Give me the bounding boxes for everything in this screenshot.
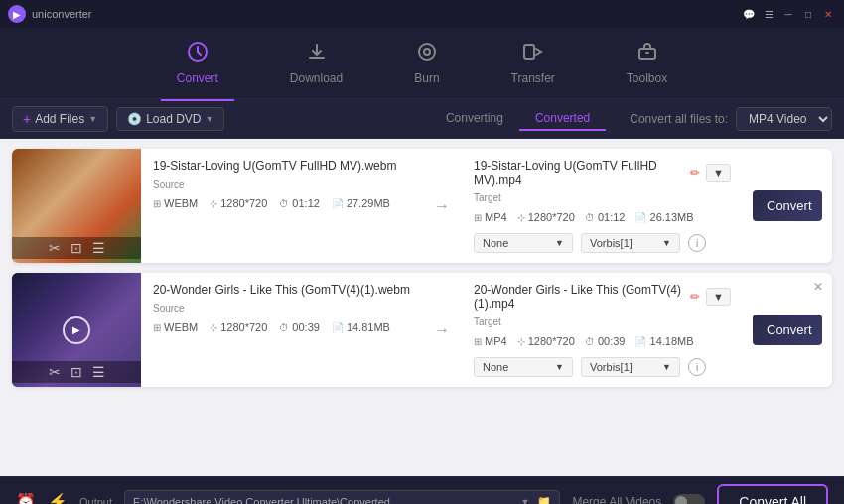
svg-point-1 [419, 44, 435, 60]
target-format-dropdown-2[interactable]: ▼ [706, 288, 731, 306]
source-filename-1: 19-Sistar-Loving U(GomTV FullHD MV).webm [153, 159, 410, 173]
load-dvd-button[interactable]: 💿 Load DVD ▼ [116, 107, 224, 131]
add-files-label: Add Files [35, 112, 84, 126]
download-nav-icon [306, 41, 328, 67]
target-resolution-2: ⊹ 1280*720 [517, 335, 575, 347]
crop-icon[interactable]: ⊡ [70, 240, 82, 256]
audio-codec-2[interactable]: Vorbis[1] ▼ [581, 357, 680, 377]
scissors-icon-2[interactable]: ✂ [49, 364, 61, 380]
source-duration-1: ⏱ 01:12 [279, 197, 320, 209]
nav-toolbox[interactable]: Toolbox [611, 33, 683, 93]
audio-codec-1[interactable]: Vorbis[1] ▼ [581, 233, 680, 253]
clock-icon[interactable]: ⏰ [16, 492, 36, 504]
nav-toolbox-label: Toolbox [627, 71, 667, 85]
info-button-2[interactable]: i [688, 358, 706, 376]
nav-transfer[interactable]: Transfer [495, 33, 571, 93]
nav-burn[interactable]: Burn [398, 33, 455, 93]
output-label: Output [79, 496, 112, 505]
card-close-2[interactable]: ✕ [810, 279, 826, 295]
target-meta-2: ⊞ MP4 ⊹ 1280*720 ⏱ 00:39 📄 14.18MB [474, 335, 731, 347]
edit-icon-2[interactable]: ✏ [690, 290, 700, 304]
target-format-1: ⊞ MP4 [474, 211, 507, 223]
source-duration-2: ⏱ 00:39 [279, 321, 320, 333]
arrow-icon-1: → [434, 197, 450, 215]
nav-convert[interactable]: Convert [161, 33, 234, 93]
nav-convert-label: Convert [177, 71, 218, 85]
chat-icon[interactable]: 💬 [741, 6, 757, 22]
source-label-1: Source [153, 179, 410, 189]
scissors-icon[interactable]: ✂ [49, 240, 61, 256]
convert-button-2[interactable]: Convert [753, 315, 822, 345]
file-thumbnail-2: ▶ ✂ ⊡ ☰ [12, 273, 141, 387]
target-format-2: ⊞ MP4 [474, 335, 507, 347]
play-icon-2[interactable]: ▶ [63, 316, 90, 344]
minimize-button[interactable]: ─ [780, 6, 796, 22]
file-card-2: ▶ ✂ ⊡ ☰ 20-Wonder Girls - Like This (Gom… [12, 273, 832, 387]
info-button-1[interactable]: i [688, 234, 706, 252]
target-filename-1: 19-Sistar-Loving U(GomTV FullHD MV).mp4 [474, 159, 684, 187]
merge-toggle[interactable] [673, 494, 705, 505]
plus-icon: + [23, 111, 31, 127]
target-label-1: Target [474, 192, 731, 203]
target-filename-2: 20-Wonder Girls - Like This (GomTV(4)(1)… [474, 283, 684, 311]
load-dvd-chevron[interactable]: ▼ [206, 114, 214, 124]
output-path[interactable]: E:\Wondershare Video Converter Ultimate\… [124, 490, 560, 504]
svg-point-2 [424, 49, 430, 55]
source-meta-2: ⊞ WEBM ⊹ 1280*720 ⏱ 00:39 📄 14.81MB [153, 321, 410, 333]
tab-converting[interactable]: Converting [430, 107, 519, 131]
source-format-2: ⊞ WEBM [153, 321, 198, 333]
app-name: uniconverter [32, 8, 92, 20]
maximize-button[interactable]: □ [800, 6, 816, 22]
add-files-button[interactable]: + Add Files ▼ [12, 106, 108, 132]
transfer-nav-icon [522, 41, 544, 67]
add-files-chevron[interactable]: ▼ [88, 114, 97, 124]
target-title-row-2: 20-Wonder Girls - Like This (GomTV(4)(1)… [474, 283, 731, 311]
menu-icon[interactable]: ☰ [761, 6, 776, 22]
target-size-1: 📄 26.13MB [634, 211, 693, 223]
convert-all-button[interactable]: Convert All [717, 484, 828, 505]
bolt-icon[interactable]: ⚡ [48, 492, 68, 504]
arrow-col-1: → [422, 149, 462, 263]
source-size-2: 📄 14.81MB [332, 321, 390, 333]
convert-button-1[interactable]: Convert [753, 190, 822, 221]
load-dvd-label: Load DVD [146, 112, 201, 126]
resolution-icon-1: ⊹ [210, 198, 217, 209]
nav-download-label: Download [290, 71, 343, 85]
tab-converted[interactable]: Converted [519, 107, 606, 131]
nav-transfer-label: Transfer [511, 71, 555, 85]
file-card: ✂ ⊡ ☰ 19-Sistar-Loving U(GomTV FullHD MV… [12, 149, 832, 263]
list-icon-2[interactable]: ☰ [92, 364, 105, 380]
format-icon-1: ⊞ [153, 198, 161, 209]
nav-download[interactable]: Download [274, 33, 358, 93]
source-meta-1: ⊞ WEBM ⊹ 1280*720 ⏱ 01:12 📄 27.29MB [153, 197, 410, 209]
output-path-text: E:\Wondershare Video Converter Ultimate\… [133, 496, 521, 505]
main-content: ✂ ⊡ ☰ 19-Sistar-Loving U(GomTV FullHD MV… [0, 139, 844, 476]
source-size-1: 📄 27.29MB [332, 197, 390, 209]
output-dropdown-chevron[interactable]: ▼ [521, 497, 530, 505]
bottom-bar: ⏰ ⚡ Output E:\Wondershare Video Converte… [0, 476, 844, 504]
folder-icon[interactable]: 📁 [537, 495, 551, 504]
arrow-icon-2: → [434, 321, 450, 339]
format-select[interactable]: MP4 Video [736, 107, 832, 131]
edit-icon-1[interactable]: ✏ [690, 166, 700, 180]
convert-nav-icon [187, 41, 209, 67]
svg-rect-3 [524, 45, 534, 59]
convert-all-files-label: Convert all files to: [630, 112, 728, 126]
list-icon[interactable]: ☰ [92, 240, 105, 256]
title-bar-left: ▶ uniconverter [8, 5, 92, 23]
thumb-tools-2: ✂ ⊡ ☰ [12, 361, 141, 383]
file-target-info-2: 20-Wonder Girls - Like This (GomTV(4)(1)… [462, 273, 743, 387]
thumb-tools-1: ✂ ⊡ ☰ [12, 237, 141, 259]
target-duration-1: ⏱ 01:12 [585, 211, 626, 223]
audio-preset-2[interactable]: None ▼ [474, 357, 573, 377]
audio-preset-1[interactable]: None ▼ [474, 233, 573, 253]
title-bar-controls: 💬 ☰ ─ □ ✕ [741, 6, 836, 22]
target-format-dropdown-1[interactable]: ▼ [706, 164, 731, 182]
size-icon-1: 📄 [332, 198, 344, 209]
convert-btn-col-1: Convert [743, 149, 832, 263]
crop-icon-2[interactable]: ⊡ [70, 364, 82, 380]
close-button[interactable]: ✕ [820, 6, 836, 22]
svg-rect-5 [645, 52, 649, 54]
target-size-2: 📄 14.18MB [634, 335, 693, 347]
target-label-2: Target [474, 316, 731, 327]
